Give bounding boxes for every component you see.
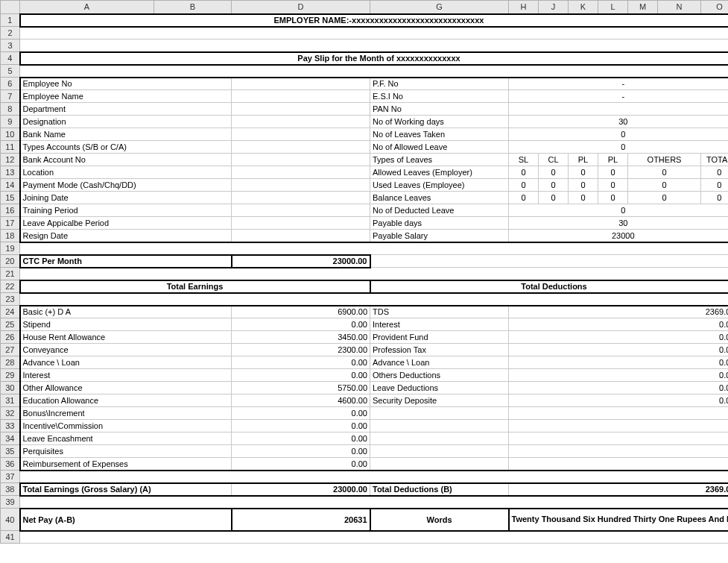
- cell[interactable]: [370, 445, 509, 458]
- leave-col: PL: [598, 154, 628, 166]
- cell[interactable]: [509, 420, 729, 433]
- cell[interactable]: [20, 531, 729, 544]
- cell[interactable]: [20, 471, 729, 483]
- row-header[interactable]: 37: [1, 471, 20, 483]
- cell[interactable]: [370, 458, 509, 471]
- row-header[interactable]: 24: [1, 306, 20, 318]
- col-header[interactable]: H: [509, 1, 539, 14]
- row-header[interactable]: 34: [1, 433, 20, 445]
- cell[interactable]: [232, 103, 370, 116]
- cell[interactable]: [232, 90, 370, 103]
- row-header[interactable]: 28: [1, 356, 20, 369]
- row-header[interactable]: 22: [1, 280, 20, 293]
- row-header[interactable]: 5: [1, 65, 20, 78]
- cell[interactable]: [232, 78, 370, 90]
- cell[interactable]: [20, 496, 729, 509]
- cell[interactable]: [509, 445, 729, 458]
- cell[interactable]: [20, 268, 729, 280]
- cell[interactable]: [509, 458, 729, 471]
- deduction-label: Leave Deductions: [370, 382, 509, 394]
- cell[interactable]: [370, 407, 509, 420]
- row-header[interactable]: 9: [1, 116, 20, 128]
- row-header[interactable]: 41: [1, 531, 20, 544]
- row-header[interactable]: 31: [1, 394, 20, 407]
- row-header[interactable]: 15: [1, 192, 20, 204]
- col-header[interactable]: D: [232, 1, 370, 14]
- cell[interactable]: [232, 230, 370, 242]
- col-header[interactable]: L: [598, 1, 628, 14]
- row-header[interactable]: 27: [1, 344, 20, 356]
- value-payable-days: 30: [509, 217, 729, 230]
- cell[interactable]: [232, 166, 370, 179]
- spreadsheet[interactable]: A B D G H J K L M N O 1 EMPLOYER NAME:-x…: [0, 0, 728, 544]
- cell[interactable]: [509, 103, 729, 116]
- row-header[interactable]: 36: [1, 458, 20, 471]
- col-header[interactable]: M: [628, 1, 658, 14]
- ctc-value: 23000.00: [232, 255, 370, 268]
- label-employee-no: Employee No: [20, 78, 232, 90]
- col-header[interactable]: J: [539, 1, 569, 14]
- leave-val: 0: [701, 192, 729, 204]
- col-header[interactable]: K: [569, 1, 598, 14]
- row-header[interactable]: 11: [1, 141, 20, 154]
- cell[interactable]: [232, 154, 370, 166]
- row-header[interactable]: 20: [1, 255, 20, 268]
- row-header[interactable]: 38: [1, 483, 20, 496]
- cell[interactable]: [232, 204, 370, 217]
- row-header[interactable]: 39: [1, 496, 20, 509]
- row-header[interactable]: 18: [1, 230, 20, 242]
- row-header[interactable]: 29: [1, 369, 20, 382]
- cell[interactable]: [370, 255, 729, 268]
- row-header[interactable]: 26: [1, 331, 20, 344]
- col-header[interactable]: B: [154, 1, 232, 14]
- cell[interactable]: [509, 407, 729, 420]
- row-header[interactable]: 3: [1, 40, 20, 52]
- row-header[interactable]: 17: [1, 217, 20, 230]
- row-header[interactable]: 33: [1, 420, 20, 433]
- row-header[interactable]: 25: [1, 318, 20, 331]
- row-header[interactable]: 19: [1, 242, 20, 255]
- col-header[interactable]: A: [20, 1, 154, 14]
- row-header[interactable]: 8: [1, 103, 20, 116]
- row-header[interactable]: 6: [1, 78, 20, 90]
- cell[interactable]: [20, 65, 729, 78]
- row-header[interactable]: 16: [1, 204, 20, 217]
- row-header[interactable]: 7: [1, 90, 20, 103]
- cell[interactable]: [232, 217, 370, 230]
- leave-val: 0: [539, 192, 569, 204]
- row-header[interactable]: 14: [1, 179, 20, 192]
- total-deductions-val: 2369.00: [509, 483, 729, 496]
- col-header[interactable]: G: [370, 1, 509, 14]
- cell[interactable]: [232, 128, 370, 141]
- cell[interactable]: [20, 242, 729, 255]
- col-header[interactable]: O: [701, 1, 729, 14]
- deduction-val: 0.00: [509, 369, 729, 382]
- value-payable-salary: 23000: [509, 230, 729, 242]
- cell[interactable]: [232, 179, 370, 192]
- row-header[interactable]: 1: [1, 14, 20, 27]
- row-header[interactable]: 23: [1, 293, 20, 306]
- row-header[interactable]: 2: [1, 27, 20, 40]
- cell[interactable]: [370, 433, 509, 445]
- label-payment-mode: Payment Mode (Cash/Chq/DD): [20, 179, 232, 192]
- row-header[interactable]: 40: [1, 509, 20, 531]
- cell[interactable]: [20, 27, 729, 40]
- cell[interactable]: [20, 40, 729, 52]
- row-header[interactable]: 10: [1, 128, 20, 141]
- row-header[interactable]: 35: [1, 445, 20, 458]
- leave-val: 0: [569, 166, 598, 179]
- earning-label: Conveyance: [20, 344, 232, 356]
- cell[interactable]: [370, 420, 509, 433]
- row-header[interactable]: 21: [1, 268, 20, 280]
- cell[interactable]: [232, 192, 370, 204]
- row-header[interactable]: 4: [1, 52, 20, 65]
- cell[interactable]: [20, 293, 729, 306]
- row-header[interactable]: 30: [1, 382, 20, 394]
- row-header[interactable]: 13: [1, 166, 20, 179]
- cell[interactable]: [509, 433, 729, 445]
- col-header[interactable]: N: [658, 1, 701, 14]
- cell[interactable]: [232, 141, 370, 154]
- cell[interactable]: [232, 116, 370, 128]
- row-header[interactable]: 12: [1, 154, 20, 166]
- row-header[interactable]: 32: [1, 407, 20, 420]
